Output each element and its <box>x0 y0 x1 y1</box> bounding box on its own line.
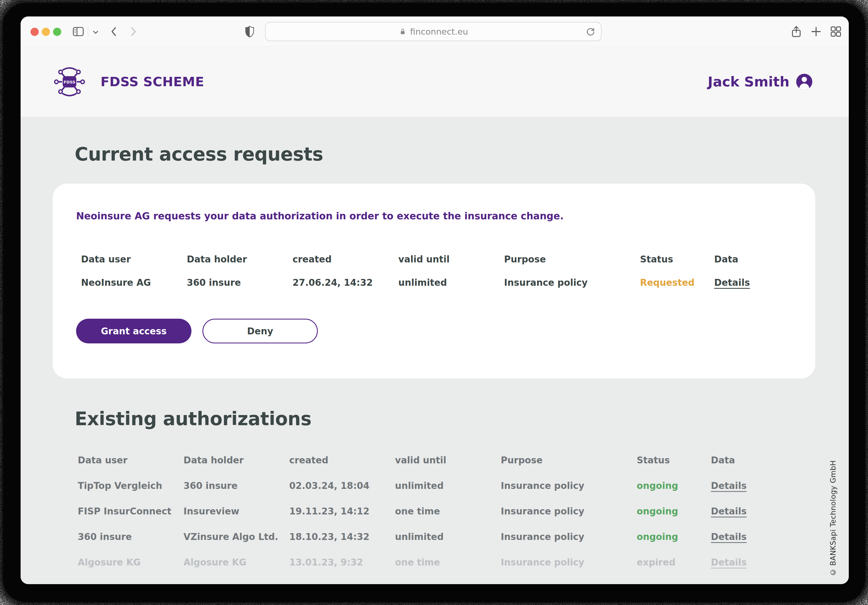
current-requests-title: Current access requests <box>75 117 849 165</box>
row-valid-until: unlimited <box>395 531 501 542</box>
existing-table-header: Data user Data holder created valid unti… <box>78 455 781 466</box>
copyright-vertical-text: © BANKSapi Technology GmbH <box>829 450 837 576</box>
row-data-holder: 360 insure <box>183 480 289 491</box>
lock-icon <box>398 28 407 36</box>
back-icon[interactable] <box>107 25 121 38</box>
user-name: Jack Smith <box>708 74 789 90</box>
grant-access-button[interactable]: Grant access <box>76 319 191 344</box>
minimize-window-button[interactable] <box>42 28 50 36</box>
row-data-user: TipTop Vergleich <box>78 480 183 491</box>
col-purpose: Purpose <box>504 254 640 265</box>
row-valid-until: unlimited <box>395 480 501 491</box>
url-text: finconnect.eu <box>410 26 468 37</box>
col-created: created <box>293 254 398 265</box>
row-purpose: Insurance policy <box>501 531 637 542</box>
logo-text: FDSS <box>64 79 76 84</box>
row-details-link[interactable]: Details <box>711 531 781 542</box>
page: FDSS FDSS SCHEME Jack Smith <box>20 46 849 584</box>
browser-toolbar: finconnect.eu <box>20 17 849 46</box>
reload-icon[interactable] <box>585 26 596 37</box>
row-status-badge: ongoing <box>637 531 711 542</box>
col-data-holder: Data holder <box>183 455 289 466</box>
request-table-row: NeoInsure AG 360 insure 27.06.24, 14:32 … <box>81 277 784 288</box>
col-data: Data <box>711 455 781 466</box>
row-details-link[interactable]: Details <box>711 506 781 517</box>
row-details-link[interactable]: Details <box>711 557 781 568</box>
request-message: Neoinsure AG requests your data authoriz… <box>76 210 815 221</box>
table-row: FISP InsurConnect Insureview 19.11.23, 1… <box>78 506 781 517</box>
access-request-card: Neoinsure AG requests your data authoriz… <box>53 184 815 379</box>
request-table-header: Data user Data holder created valid unti… <box>81 254 784 265</box>
row-data-holder: VZinsure Algo Ltd. <box>183 531 289 542</box>
col-purpose: Purpose <box>501 455 637 466</box>
chevron-down-icon[interactable] <box>91 28 100 36</box>
zoom-window-button[interactable] <box>53 28 61 36</box>
row-purpose: Insurance policy <box>501 557 637 568</box>
row-data-user: FISP InsurConnect <box>78 506 183 517</box>
col-data-user: Data user <box>78 455 183 466</box>
col-data-user: Data user <box>81 254 187 265</box>
row-created: 18.10.23, 14:32 <box>289 531 395 542</box>
row-purpose: Insurance policy <box>501 480 637 491</box>
existing-authorizations-title: Existing authorizations <box>75 408 849 430</box>
request-details-link[interactable]: Details <box>714 277 784 288</box>
address-bar[interactable]: finconnect.eu <box>265 22 601 41</box>
row-valid-until: one time <box>395 557 501 568</box>
browser-window: finconnect.eu <box>20 17 849 584</box>
forward-icon[interactable] <box>127 25 140 38</box>
row-created: 13.01.23, 9:32 <box>289 557 395 568</box>
row-valid-until: one time <box>395 506 501 517</box>
fdss-logo-icon: FDSS <box>52 65 87 98</box>
row-created: 19.11.23, 14:12 <box>289 506 395 517</box>
row-data-holder: Insureview <box>183 506 289 517</box>
row-details-link[interactable]: Details <box>711 480 781 491</box>
user-menu[interactable]: Jack Smith <box>708 46 813 117</box>
row-data-user: 360 insure <box>78 531 183 542</box>
request-actions: Grant access Deny <box>76 319 815 344</box>
privacy-shield-icon[interactable] <box>243 26 256 38</box>
col-valid-until: valid until <box>395 455 501 466</box>
request-created: 27.06.24, 14:32 <box>293 277 398 288</box>
site-header: FDSS FDSS SCHEME Jack Smith <box>20 46 849 117</box>
col-data: Data <box>714 254 784 265</box>
device-frame: finconnect.eu <box>0 0 868 605</box>
table-row-expired: Algosure KG Algosure KG 13.01.23, 9:32 o… <box>78 557 781 568</box>
request-purpose: Insurance policy <box>504 277 640 288</box>
row-created: 02.03.24, 18:04 <box>289 480 395 491</box>
row-status-badge: ongoing <box>637 480 711 491</box>
request-valid-until: unlimited <box>398 277 504 288</box>
row-status-badge: expired <box>637 557 711 568</box>
tab-overview-icon[interactable] <box>829 25 842 38</box>
request-status-badge: Requested <box>640 277 714 288</box>
new-tab-icon[interactable] <box>809 25 823 38</box>
row-status-badge: ongoing <box>637 506 711 517</box>
table-row: TipTop Vergleich 360 insure 02.03.24, 18… <box>78 480 781 491</box>
sidebar-icon[interactable] <box>72 25 85 38</box>
col-created: created <box>289 455 395 466</box>
request-data-user: NeoInsure AG <box>81 277 187 288</box>
row-data-user: Algosure KG <box>78 557 183 568</box>
row-data-holder: Algosure KG <box>183 557 289 568</box>
brand: FDSS FDSS SCHEME <box>52 65 204 98</box>
table-row: 360 insure VZinsure Algo Ltd. 18.10.23, … <box>78 531 781 542</box>
deny-button[interactable]: Deny <box>202 319 318 344</box>
app-title: FDSS SCHEME <box>101 74 204 89</box>
main-content: Current access requests Neoinsure AG req… <box>20 117 849 584</box>
existing-authorizations-table: Data user Data holder created valid unti… <box>78 455 781 568</box>
col-status: Status <box>640 254 714 265</box>
user-avatar-icon <box>795 73 813 91</box>
close-window-button[interactable] <box>31 28 39 36</box>
col-valid-until: valid until <box>398 254 504 265</box>
request-data-holder: 360 insure <box>187 277 293 288</box>
col-data-holder: Data holder <box>187 254 293 265</box>
col-status: Status <box>637 455 711 466</box>
share-icon[interactable] <box>790 25 803 38</box>
row-purpose: Insurance policy <box>501 506 637 517</box>
